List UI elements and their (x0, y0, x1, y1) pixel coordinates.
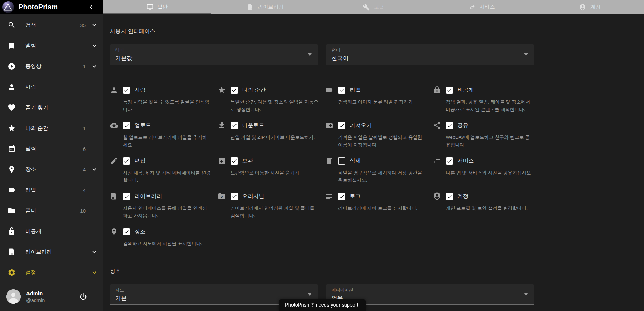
account-checkbox[interactable] (446, 193, 453, 200)
section-title-user-interface: 사용자 인터페이스 (110, 27, 534, 35)
sidebar-item-count: 35 (80, 22, 91, 28)
tab-advanced[interactable]: 고급 (319, 0, 427, 14)
sidebar-item-label: 달력 (25, 145, 36, 153)
feature-head: 장소 (110, 227, 211, 236)
dropdown-caret-icon (524, 293, 528, 296)
services-checkbox[interactable] (446, 157, 453, 165)
sidebar-item-count: 4 (83, 167, 91, 173)
feature-label: 서비스 (458, 157, 474, 165)
sidebar-item-search[interactable]: 검색35 (0, 15, 103, 35)
import-checkbox[interactable] (338, 122, 345, 129)
sidebar-item-settings[interactable]: 설정 (0, 262, 103, 283)
feature-head: 가져오기 (325, 121, 427, 130)
wrench-icon (363, 4, 370, 11)
chevron-down-icon[interactable] (91, 42, 98, 49)
sidebar-item-label: 폴더 (25, 207, 36, 214)
labels-checkbox[interactable] (338, 87, 345, 94)
sidebar-item-folders[interactable]: 폴더10 (0, 200, 103, 221)
edit-checkbox[interactable] (123, 157, 130, 165)
feature-description: 라이브러리에 서버 로그를 표시합니다. (338, 204, 427, 212)
feature-label: 로그 (350, 193, 361, 200)
feature-private: 비공개검색 결과, 공유 앨범, 레이블 및 장소에서 비공개로 표시된 콘텐츠… (433, 86, 534, 121)
logs-checkbox[interactable] (338, 193, 345, 200)
feature-description: 사용자 인터페이스를 통해 파일을 인덱싱하고 가져옵니다. (123, 204, 211, 219)
people-checkbox[interactable] (123, 87, 130, 94)
sidebar-item-albums[interactable]: 앨범 (0, 35, 103, 56)
sidebar-item-moments[interactable]: 나의 순간1 (0, 118, 103, 138)
photoprism-logo-icon[interactable] (2, 1, 14, 13)
originals-checkbox[interactable] (231, 193, 238, 200)
feature-share: 공유WebDAV에 업로드하고 친구와 링크로 공유합니다. (433, 121, 534, 156)
download-icon (218, 121, 226, 130)
archive-icon (218, 157, 226, 165)
archive-checkbox[interactable] (231, 157, 238, 165)
upload-checkbox[interactable] (123, 122, 130, 129)
sidebar-item-library[interactable]: 라이브러리 (0, 242, 103, 262)
tab-library[interactable]: 라이브러리 (211, 0, 319, 14)
places-checkbox[interactable] (123, 228, 130, 235)
user-row: Admin @admin (0, 282, 103, 311)
film-icon (110, 192, 118, 200)
sidebar-item-videos[interactable]: 동영상1 (0, 56, 103, 77)
feature-label: 장소 (135, 228, 146, 235)
feature-label: 업로드 (135, 122, 151, 129)
moments-checkbox[interactable] (231, 87, 238, 94)
sidebar-item-people[interactable]: 사람 (0, 77, 103, 97)
feature-description: 특정 사람을 찾을 수 있도록 얼굴을 인식합니다. (123, 98, 211, 113)
feature-archive: 보관보관함으로 이동한 사진을 숨기기. (218, 156, 319, 192)
chevron-down-icon[interactable] (91, 269, 98, 276)
avatar[interactable] (6, 289, 21, 304)
language-select[interactable]: 언어한국어 (326, 44, 534, 65)
feature-label: 비공개 (458, 87, 474, 94)
tab-account[interactable]: 계정 (536, 0, 644, 14)
sidebar-item-count: 10 (80, 208, 91, 214)
feature-label: 가져오기 (350, 122, 372, 129)
feature-head: D오리지널 (218, 192, 319, 201)
account-icon (110, 86, 118, 94)
support-toast[interactable]: PhotoPrism® needs your support! (279, 299, 366, 311)
feature-originals: D오리지널라이브러리에서 인덱싱된 파일 및 폴더를 검색합니다. (218, 192, 319, 227)
feature-places: 장소검색하고 지도에서 시진을 표시합니다. (110, 227, 211, 263)
sidebar-item-count: 1 (83, 125, 91, 131)
sidebar-item-calendar[interactable]: 달력6 (0, 138, 103, 159)
delete-checkbox[interactable] (338, 157, 345, 165)
delete-icon (325, 157, 333, 165)
sidebar-item-private[interactable]: 비공개 (0, 221, 103, 242)
label-icon (8, 186, 16, 194)
heart-icon (8, 103, 16, 112)
feature-label: 계정 (458, 193, 469, 200)
feature-description: WebDAV에 업로드하고 친구와 링크로 공유합니다. (446, 134, 534, 148)
select-value: 기본값 (115, 55, 312, 62)
feature-labels: 라벨검색하고 이미지 분류 라벨 편집하기. (325, 86, 427, 121)
tab-label: 라이브러리 (258, 4, 284, 10)
feature-label: 사람 (135, 87, 146, 94)
logout-power-icon[interactable] (79, 292, 88, 301)
feature-description: 검색하고 이미지 분류 라벨 편집하기. (338, 98, 427, 106)
chevron-down-icon[interactable] (91, 166, 98, 173)
feature-label: 라벨 (350, 87, 361, 94)
feature-description: 파일을 영구적으로 제거하여 저장 공간을 확보하십시오. (338, 169, 427, 184)
sidebar-item-labels[interactable]: 라벨4 (0, 180, 103, 200)
sidebar-collapse-icon[interactable] (87, 3, 95, 11)
feature-people: 사람특정 사람을 찾을 수 있도록 얼굴을 인식합니다. (110, 86, 211, 121)
chevron-down-icon[interactable] (91, 21, 98, 29)
feature-description: 가져온 파일은 날짜별로 정렬되고 유일한 이름이 지정됩니다. (338, 134, 427, 148)
feature-head: 보관 (218, 156, 319, 165)
star-icon (8, 124, 16, 132)
download-checkbox[interactable] (231, 122, 238, 129)
library-checkbox[interactable] (123, 193, 130, 200)
theme-select[interactable]: 테마기본값 (110, 44, 318, 65)
feature-label: 나의 순간 (242, 87, 266, 94)
dropdown-caret-icon (524, 53, 528, 56)
feature-edit: 편집사진 제목, 위치 및 기타 메타데이터를 변경합니다. (110, 156, 211, 192)
private-checkbox[interactable] (446, 87, 453, 94)
tab-services[interactable]: 서비스 (428, 0, 536, 14)
sidebar-item-favorites[interactable]: 즐겨 찾기 (0, 97, 103, 118)
tab-general[interactable]: 일반 (103, 0, 211, 14)
share-checkbox[interactable] (446, 122, 453, 129)
folder-d-icon: D (218, 192, 226, 200)
cog-icon (8, 268, 16, 277)
chevron-down-icon[interactable] (91, 63, 98, 70)
sidebar-item-places[interactable]: 장소4 (0, 159, 103, 180)
chevron-down-icon[interactable] (91, 248, 98, 256)
